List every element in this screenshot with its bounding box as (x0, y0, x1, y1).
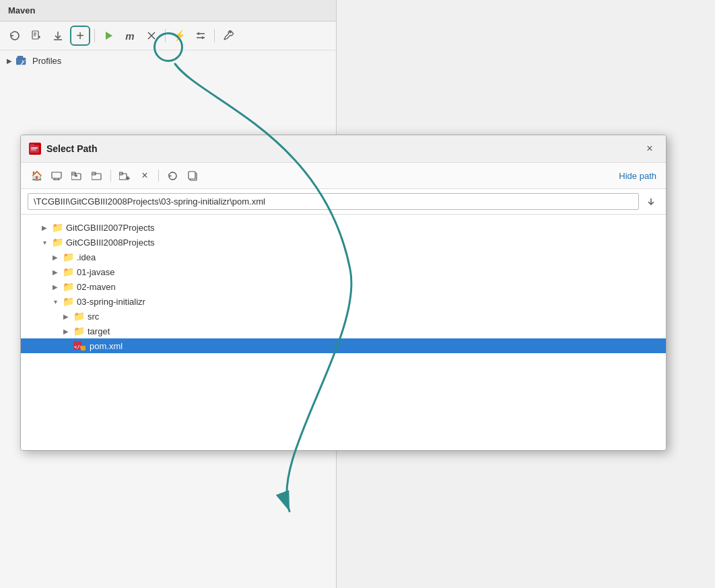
chevron-spring: ▾ (50, 298, 60, 305)
folder-up2-button[interactable] (88, 167, 106, 184)
svg-marker-8 (106, 32, 112, 40)
svg-rect-19 (31, 147, 38, 149)
delete-button[interactable]: × (136, 167, 154, 184)
home-button[interactable]: 🏠 (28, 167, 45, 184)
execute-goal-button[interactable]: m (121, 26, 139, 45)
desktop-button[interactable] (48, 167, 65, 184)
tree-label-maven: 02-maven (77, 282, 116, 292)
dialog-title-text: Select Path (46, 143, 97, 154)
tree-item-src[interactable]: ▶ 📁 src (21, 309, 666, 324)
folder-icon-maven: 📁 (63, 281, 74, 292)
toolbar-divider-1 (94, 29, 95, 42)
tree-item-git2008[interactable]: ▾ 📁 GitCGBIII2008Projects (21, 235, 666, 250)
folder-icon-target: 📁 (73, 326, 85, 336)
maven-title: Maven (0, 0, 336, 22)
tree-label-src: src (88, 311, 99, 322)
chevron-idea: ▶ (50, 254, 60, 261)
new-folder-button[interactable] (116, 167, 133, 184)
chevron-src: ▶ (61, 313, 71, 320)
tree-label-pomxml: pom.xml (90, 341, 123, 351)
folder-icon-spring: 📁 (63, 296, 74, 307)
tree-item-javase[interactable]: ▶ 📁 01-javase (21, 264, 666, 279)
profiles-icon (16, 54, 28, 67)
path-expand-button[interactable] (643, 194, 659, 210)
tree-label-idea: .idea (77, 252, 96, 262)
file-tree: ▶ 📁 GitCGBIII2007Projects ▾ 📁 GitCGBIII2… (21, 215, 666, 450)
dialog-close-button[interactable]: × (642, 141, 658, 157)
tree-label-target: target (88, 326, 110, 336)
dialog-divider-1 (110, 170, 111, 182)
skip-tests-button[interactable] (142, 26, 161, 45)
svg-rect-16 (18, 56, 23, 59)
folder-icon-src: 📁 (73, 311, 85, 322)
folder-icon-javase: 📁 (63, 266, 74, 277)
dialog-path-row (21, 189, 666, 215)
tree-item-target[interactable]: ▶ 📁 target (21, 324, 666, 338)
reload-button[interactable] (5, 26, 24, 45)
preferences-button[interactable] (219, 26, 238, 45)
dialog-titlebar: Select Path × (21, 135, 666, 163)
svg-rect-0 (32, 31, 38, 39)
chevron-maven-folder: ▶ (50, 283, 60, 291)
svg-rect-39 (81, 346, 86, 351)
folder-icon-git2008: 📁 (52, 237, 63, 248)
run-button[interactable] (99, 26, 118, 45)
toolbar-divider-2 (165, 29, 166, 42)
folder-up1-button[interactable] (68, 167, 86, 184)
svg-rect-28 (92, 174, 101, 180)
tree-item-spring[interactable]: ▾ 📁 03-spring-initializr (21, 294, 666, 309)
chevron-git2007: ▶ (40, 224, 49, 231)
folder-icon-git2007: 📁 (52, 222, 63, 233)
lightning-button[interactable]: ⚡ (170, 26, 189, 45)
copy-path-button[interactable] (184, 167, 201, 184)
svg-rect-35 (189, 172, 195, 179)
toolbar-divider-3 (214, 29, 215, 42)
svg-rect-18 (30, 144, 34, 147)
tree-item-git2007[interactable]: ▶ 📁 GitCGBIII2007Projects (21, 220, 666, 235)
profiles-row: ▶ Profiles (0, 50, 336, 71)
profiles-label: Profiles (32, 56, 61, 66)
download-sources-button[interactable] (48, 26, 67, 45)
tree-item-maven[interactable]: ▶ 📁 02-maven (21, 279, 666, 294)
maven-settings-button[interactable] (191, 26, 210, 45)
tree-label-spring: 03-spring-initializr (77, 297, 145, 307)
add-maven-project-button[interactable] (27, 26, 46, 45)
dialog-app-icon (29, 143, 41, 155)
refresh-button[interactable] (164, 167, 181, 184)
svg-rect-20 (31, 149, 36, 151)
maven-toolbar: + m ⚡ (0, 22, 336, 50)
hide-path-button[interactable]: Hide path (616, 170, 659, 182)
file-icon-pomxml: </> (73, 340, 86, 351)
dialog-divider-2 (158, 170, 159, 182)
profiles-chevron[interactable]: ▶ (7, 57, 12, 65)
dialog-toolbar: 🏠 × Hide path (21, 163, 666, 189)
chevron-git2008: ▾ (40, 239, 49, 246)
chevron-javase: ▶ (50, 268, 60, 276)
chevron-target: ▶ (61, 328, 71, 335)
add-button[interactable]: + (70, 26, 90, 46)
svg-rect-21 (52, 172, 61, 178)
tree-item-idea[interactable]: ▶ 📁 .idea (21, 250, 666, 264)
tree-label-git2007: GitCGBIII2007Projects (66, 223, 155, 233)
tree-label-git2008: GitCGBIII2008Projects (66, 237, 155, 248)
dialog-title-left: Select Path (29, 143, 97, 155)
folder-icon-idea: 📁 (63, 252, 74, 262)
tree-item-pomxml[interactable]: </> pom.xml (21, 338, 666, 353)
path-input[interactable] (28, 193, 639, 210)
select-path-dialog: Select Path × 🏠 × Hide path (20, 135, 667, 451)
tree-label-javase: 01-javase (77, 267, 114, 277)
